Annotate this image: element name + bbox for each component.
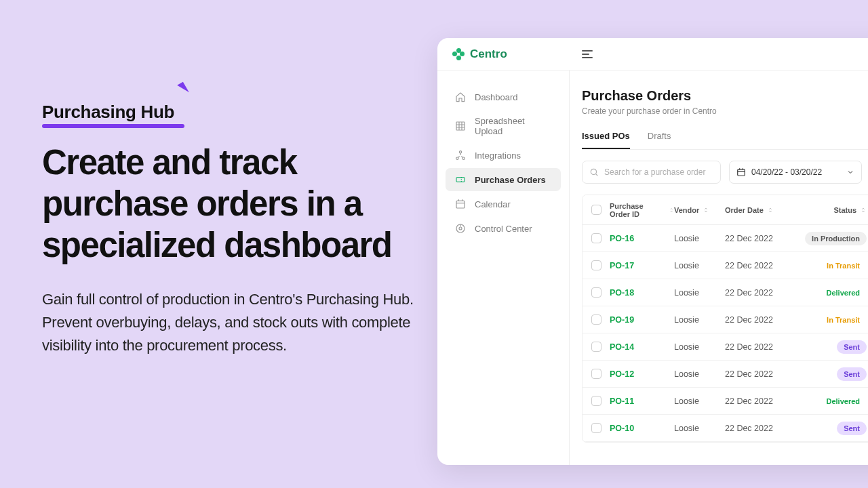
column-order-date[interactable]: Order Date [725,206,806,214]
badge-underline-decor [42,124,184,128]
search-icon [589,167,599,177]
po-order-date: 22 Dec 2022 [725,261,806,270]
tab-issued-pos[interactable]: Issued POs [582,131,630,149]
table-row[interactable]: PO-14Loosie22 Dec 2022Sent [583,333,868,361]
svg-point-7 [462,157,465,159]
tabs: Issued POsDrafts [582,131,868,150]
po-status: Delivered [806,394,868,408]
menu-toggle-icon[interactable] [582,50,593,58]
row-checkbox[interactable] [583,233,610,243]
sidebar: DashboardSpreadsheet UploadIntegrationsP… [437,70,570,465]
row-checkbox[interactable] [583,423,610,433]
sidebar-item-label: Dashboard [475,92,518,102]
brand-name: Centro [470,47,507,61]
po-order-date: 22 Dec 2022 [725,234,806,243]
column-status[interactable]: Status [806,206,868,214]
int-icon [455,150,466,161]
row-checkbox[interactable] [583,314,610,325]
subheadline: Gain full control of production in Centr… [42,288,422,357]
po-status: Sent [806,422,868,435]
po-vendor: Loosie [674,424,725,433]
svg-point-17 [591,169,596,174]
po-vendor: Loosie [674,234,725,243]
po-order-date: 22 Dec 2022 [725,342,806,352]
ticket-icon [455,174,466,185]
po-order-date: 22 Dec 2022 [725,424,806,433]
sort-icon [669,207,674,214]
sidebar-item-dashboard[interactable]: Dashboard [446,85,561,108]
table-header-row: Purchase Order ID Vendor Order Date Stat… [583,195,868,225]
table-row[interactable]: PO-11Loosie22 Dec 2022Delivered [583,388,868,415]
po-vendor: Loosie [674,315,725,325]
sort-icon [767,207,774,214]
date-range-picker[interactable]: 04/20/22 - 03/20/22 [729,161,862,184]
svg-point-6 [456,157,458,159]
sidebar-item-label: Integrations [475,150,521,161]
row-checkbox[interactable] [583,342,610,352]
sort-icon [860,207,867,214]
svg-point-5 [459,151,461,153]
po-status: In Production [806,232,868,245]
po-id: PO-19 [610,315,674,325]
calendar-icon [736,167,746,177]
po-id: PO-11 [610,396,674,406]
row-checkbox[interactable] [583,396,610,406]
table-row[interactable]: PO-16Loosie22 Dec 2022In Production [583,225,868,252]
toolbar: Search for a purchase order 04/20/22 - 0… [582,161,868,184]
po-id: PO-18 [610,288,674,298]
search-placeholder: Search for a purchase order [604,167,705,177]
svg-rect-10 [456,201,465,208]
table-row[interactable]: PO-19Loosie22 Dec 2022In Transit [583,306,868,333]
sort-icon [703,207,709,214]
app-window: Centro DashboardSpreadsheet UploadIntegr… [437,38,868,465]
sidebar-item-label: Purchase Orders [475,175,546,185]
column-po-id[interactable]: Purchase Order ID [610,202,674,218]
svg-rect-0 [456,122,465,130]
table-row[interactable]: PO-10Loosie22 Dec 2022Sent [583,415,868,442]
po-status: Sent [806,367,868,381]
table-row[interactable]: PO-18Loosie22 Dec 2022Delivered [583,279,868,306]
grid-icon [455,121,466,131]
po-order-date: 22 Dec 2022 [725,315,806,325]
home-icon [455,92,466,102]
sidebar-item-purchase-orders[interactable]: Purchase Orders [446,168,561,191]
brand-logo-icon [452,48,465,60]
section-badge-label: Purchasing Hub [42,102,174,122]
svg-line-18 [596,174,598,176]
svg-rect-19 [738,169,745,176]
po-order-date: 22 Dec 2022 [725,396,806,406]
po-order-date: 22 Dec 2022 [725,369,806,379]
po-status: In Transit [806,313,868,327]
search-input[interactable]: Search for a purchase order [582,161,721,184]
po-vendor: Loosie [674,342,725,352]
po-id: PO-16 [610,234,674,243]
po-status: In Transit [806,259,868,272]
row-checkbox[interactable] [583,260,610,270]
sidebar-item-integrations[interactable]: Integrations [446,144,561,167]
sidebar-item-spreadsheet-upload[interactable]: Spreadsheet Upload [446,110,561,142]
po-vendor: Loosie [674,261,725,270]
ctrl-icon [455,223,466,234]
po-status: Sent [806,340,868,354]
tab-drafts[interactable]: Drafts [648,131,671,149]
row-checkbox[interactable] [583,369,610,379]
po-id: PO-17 [610,261,674,270]
row-checkbox[interactable] [583,287,610,298]
po-order-date: 22 Dec 2022 [725,288,806,298]
sidebar-item-control-center[interactable]: Control Center [446,217,561,240]
chevron-down-icon [846,168,854,176]
badge-arrow-icon [177,82,189,96]
column-vendor[interactable]: Vendor [674,206,725,214]
date-range-value: 04/20/22 - 03/20/22 [751,167,822,177]
page-subtitle: Create your purchase order in Centro [582,106,868,116]
table-row[interactable]: PO-17Loosie22 Dec 2022In Transit [583,252,868,279]
brand-bar: Centro [437,38,570,70]
section-badge: Purchasing Hub [42,102,174,123]
po-id: PO-12 [610,369,674,379]
select-all-checkbox[interactable] [583,205,610,215]
main-content: Purchase Orders Create your purchase ord… [570,70,868,465]
cal-icon [455,199,466,209]
table-row[interactable]: PO-12Loosie22 Dec 2022Sent [583,361,868,388]
po-vendor: Loosie [674,396,725,406]
sidebar-item-calendar[interactable]: Calendar [446,192,561,216]
